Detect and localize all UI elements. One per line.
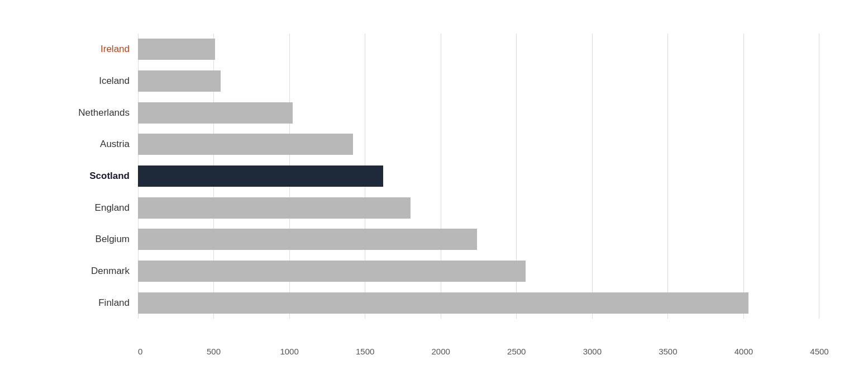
- bar-row: Scotland: [138, 163, 819, 190]
- bar-row: Netherlands: [138, 100, 819, 126]
- bar: [138, 102, 293, 124]
- chart-container: IrelandIcelandNetherlandsAustriaScotland…: [15, 6, 853, 363]
- bar-label: Scotland: [18, 171, 130, 182]
- x-axis-label: 500: [207, 347, 221, 356]
- x-axis-label: 4500: [810, 347, 828, 356]
- bar: [138, 197, 411, 219]
- x-axis-label: 1500: [356, 347, 374, 356]
- bar-row: Ireland: [138, 36, 819, 63]
- bar-row: England: [138, 195, 819, 221]
- bar: [138, 134, 353, 155]
- bar-label: Finland: [18, 297, 130, 309]
- bar: [138, 261, 526, 282]
- bar: [138, 292, 748, 314]
- bar-label: Netherlands: [18, 107, 130, 119]
- x-axis-label: 4000: [735, 347, 753, 356]
- bar-row: Iceland: [138, 68, 819, 94]
- bar-label: Belgium: [18, 234, 130, 245]
- bar-label: Austria: [18, 139, 130, 150]
- bar-label: Ireland: [18, 44, 130, 55]
- bar-row: Finland: [138, 290, 819, 316]
- bar-label: Denmark: [18, 266, 130, 277]
- bar: [138, 229, 477, 250]
- bar-row: Belgium: [138, 226, 819, 253]
- bar-label: Iceland: [18, 75, 130, 87]
- x-axis-label: 1000: [280, 347, 298, 356]
- x-axis-label: 2000: [432, 347, 450, 356]
- bars-wrapper: IrelandIcelandNetherlandsAustriaScotland…: [138, 34, 819, 319]
- x-axis-label: 2500: [507, 347, 526, 356]
- bar: [138, 70, 221, 92]
- x-axis-label: 3000: [583, 347, 602, 356]
- x-axis-label: 0: [138, 347, 142, 356]
- chart-area: IrelandIcelandNetherlandsAustriaScotland…: [138, 34, 819, 319]
- bar: [138, 165, 383, 187]
- x-axis-label: 3500: [659, 347, 677, 356]
- bar: [138, 39, 215, 60]
- bar-row: Denmark: [138, 258, 819, 285]
- bar-row: Austria: [138, 131, 819, 158]
- bar-label: England: [18, 202, 130, 214]
